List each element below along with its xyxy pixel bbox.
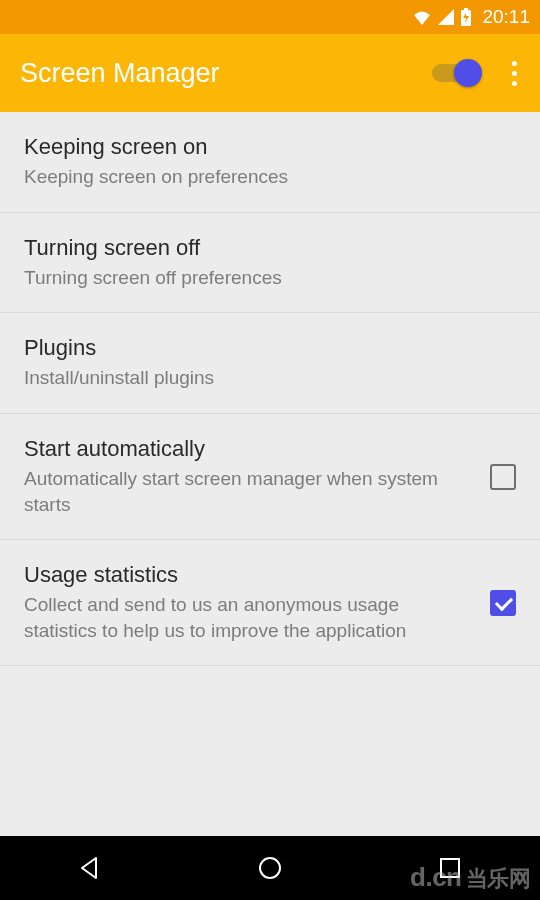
item-subtitle: Collect and send to us an anonymous usag… bbox=[24, 592, 474, 643]
nav-home-button[interactable] bbox=[220, 836, 320, 900]
master-toggle[interactable] bbox=[432, 59, 482, 87]
checkbox-start-automatically[interactable] bbox=[490, 464, 516, 490]
settings-list: Keeping screen on Keeping screen on pref… bbox=[0, 112, 540, 666]
item-title: Keeping screen on bbox=[24, 134, 516, 160]
status-time: 20:11 bbox=[482, 6, 530, 28]
item-turning-screen-off[interactable]: Turning screen off Turning screen off pr… bbox=[0, 213, 540, 314]
item-plugins[interactable]: Plugins Install/uninstall plugins bbox=[0, 313, 540, 414]
svg-rect-3 bbox=[441, 859, 459, 877]
signal-icon bbox=[438, 9, 454, 25]
item-title: Turning screen off bbox=[24, 235, 516, 261]
item-start-automatically[interactable]: Start automatically Automatically start … bbox=[0, 414, 540, 540]
nav-recent-button[interactable] bbox=[400, 836, 500, 900]
wifi-icon bbox=[412, 9, 432, 25]
battery-icon bbox=[460, 8, 472, 26]
nav-back-button[interactable] bbox=[40, 836, 140, 900]
item-subtitle: Automatically start screen manager when … bbox=[24, 466, 474, 517]
item-keeping-screen-on[interactable]: Keeping screen on Keeping screen on pref… bbox=[0, 112, 540, 213]
item-title: Plugins bbox=[24, 335, 516, 361]
status-bar: 20:11 bbox=[0, 0, 540, 34]
svg-point-2 bbox=[260, 858, 280, 878]
item-title: Usage statistics bbox=[24, 562, 474, 588]
svg-rect-1 bbox=[464, 8, 468, 10]
app-title: Screen Manager bbox=[20, 58, 420, 89]
app-bar: Screen Manager bbox=[0, 34, 540, 112]
item-subtitle: Turning screen off preferences bbox=[24, 265, 516, 291]
item-usage-statistics[interactable]: Usage statistics Collect and send to us … bbox=[0, 540, 540, 666]
android-nav-bar bbox=[0, 836, 540, 900]
overflow-menu-button[interactable] bbox=[502, 53, 526, 93]
checkbox-usage-statistics[interactable] bbox=[490, 590, 516, 616]
item-title: Start automatically bbox=[24, 436, 474, 462]
item-subtitle: Install/uninstall plugins bbox=[24, 365, 516, 391]
item-subtitle: Keeping screen on preferences bbox=[24, 164, 516, 190]
